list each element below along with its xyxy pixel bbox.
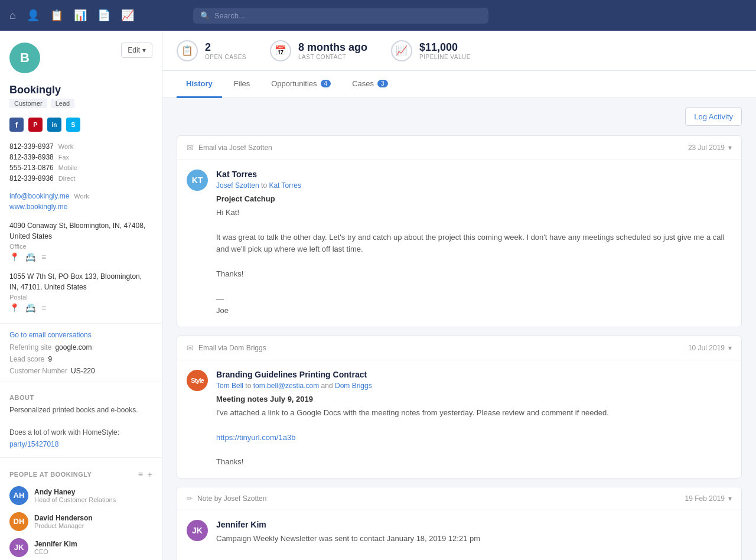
list-icon[interactable]: ≡ xyxy=(41,252,46,262)
company-name: Bookingly xyxy=(0,79,162,99)
address-office-text: 4090 Conaway St, Bloomington, IN, 47408,… xyxy=(9,220,152,242)
lead-score-row: Lead score 9 xyxy=(0,353,162,365)
edit-button[interactable]: Edit ▾ xyxy=(121,43,152,58)
to-link-2[interactable]: Dom Briggs xyxy=(335,382,372,390)
facebook-icon[interactable]: f xyxy=(9,118,24,132)
people-actions: ≡ + xyxy=(138,470,152,479)
chevron-icon-2[interactable]: ▾ xyxy=(728,344,732,352)
list-people-icon[interactable]: ≡ xyxy=(138,470,143,479)
person-avatar-andy: AH xyxy=(9,486,28,505)
open-cases-value: 2 xyxy=(205,41,246,54)
about-link[interactable]: party/15427018 xyxy=(9,440,58,448)
tab-history[interactable]: History xyxy=(177,71,222,98)
open-cases-label: OPEN CASES xyxy=(205,54,246,60)
stat-pipeline-value: 📈 $11,000 PIPELINE VALUE xyxy=(391,40,471,61)
skype-icon[interactable]: S xyxy=(66,118,80,132)
from-link-1[interactable]: Josef Szotten xyxy=(216,181,259,190)
tag-lead: Lead xyxy=(51,99,74,108)
person-andy-haney[interactable]: AH Andy Haney Head of Customer Relations xyxy=(0,483,162,509)
pipeline-icon: 📈 xyxy=(391,40,412,61)
address-postal-actions: 📍 📇 ≡ xyxy=(9,301,152,315)
tag-customer: Customer xyxy=(9,99,47,108)
docs-icon[interactable]: 📄 xyxy=(97,9,110,22)
person-info-andy: Andy Haney Head of Customer Relations xyxy=(34,488,116,503)
add-person-icon[interactable]: + xyxy=(148,470,152,479)
sidebar-header: B Edit ▾ xyxy=(0,31,162,79)
website-link[interactable]: www.bookingly.me xyxy=(9,203,67,211)
top-nav: ⌂ 👤 📋 📊 📄 📈 🔍 xyxy=(0,0,756,31)
tab-cases[interactable]: Cases 3 xyxy=(343,71,397,98)
people-header: PEOPLE AT BOOKINGLY ≡ + xyxy=(0,463,162,483)
tags: Customer Lead xyxy=(0,99,162,115)
to-link-1[interactable]: Kat Torres xyxy=(269,181,301,190)
map-pin-postal-icon[interactable]: 📍 xyxy=(9,303,19,312)
pinterest-icon[interactable]: P xyxy=(28,118,43,132)
contacts-icon[interactable]: 👤 xyxy=(27,9,40,22)
search-input[interactable] xyxy=(214,11,481,20)
social-icons: f P in S xyxy=(0,115,162,139)
email-card-2: ✉ Email via Dom Briggs 10 Jul 2019 ▾ Sty… xyxy=(177,336,742,478)
note-date-1: 19 Feb 2019 ▾ xyxy=(685,494,732,503)
last-contact-icon: 📅 xyxy=(270,40,291,61)
email-link-2[interactable]: https://tinyurl.com/1a3b xyxy=(216,433,295,442)
email-avatar-1: KT xyxy=(187,170,208,191)
email-content-1: Kat Torres Josef Szotten to Kat Torres P… xyxy=(216,170,732,317)
sidebar: B Edit ▾ Bookingly Customer Lead f P in … xyxy=(0,31,162,560)
edit-label: Edit xyxy=(128,46,140,54)
tabs-bar: History Files Opportunities 4 Cases 3 xyxy=(162,71,756,98)
website-row: www.bookingly.me xyxy=(9,203,152,211)
from-link-2[interactable]: Tom Bell xyxy=(216,382,243,390)
person-info-jennifer: Jennifer Kim CEO xyxy=(34,540,77,555)
person-avatar-jennifer: JK xyxy=(9,538,28,557)
referring-site-row: Referring site google.com xyxy=(0,341,162,353)
calendar-icon[interactable]: 📋 xyxy=(50,9,63,22)
from-email-link-2[interactable]: tom.bell@zestia.com xyxy=(253,382,320,390)
log-activity-row: Log Activity xyxy=(177,108,742,126)
tab-files[interactable]: Files xyxy=(224,71,259,98)
email-meeting-date: Meeting notes July 9, 2019 xyxy=(216,395,732,403)
open-cases-icon: 📋 xyxy=(177,40,198,61)
address-postal-text: 1055 W 7th St, PO Box 133, Bloomington, … xyxy=(9,271,152,292)
email-link[interactable]: info@bookingly.me xyxy=(9,192,69,200)
email-card-2-date: 10 Jul 2019 ▾ xyxy=(688,344,732,352)
note-card-1: ✏ Note by Josef Szotten 19 Feb 2019 ▾ JK… xyxy=(177,487,742,560)
email-to-1: Josef Szotten to Kat Torres xyxy=(216,181,732,190)
chevron-down-icon: ▾ xyxy=(142,46,146,54)
map-pin-icon[interactable]: 📍 xyxy=(9,252,19,262)
envelope-icon-2: ✉ xyxy=(187,343,194,353)
about-title: ABOUT xyxy=(0,387,162,405)
home-icon[interactable]: ⌂ xyxy=(9,9,16,22)
search-bar[interactable]: 🔍 xyxy=(193,8,488,24)
email-sender-2: Branding Guidelines Printing Contract xyxy=(216,370,732,379)
note-sender-1: Jennifer Kim xyxy=(216,520,732,529)
stat-last-contact: 📅 8 months ago LAST CONTACT xyxy=(270,40,367,61)
vcard-postal-icon[interactable]: 📇 xyxy=(25,303,35,312)
note-avatar-1: JK xyxy=(187,520,208,541)
email-card-1-body: KT Kat Torres Josef Szotten to Kat Torre… xyxy=(177,160,741,327)
log-activity-button[interactable]: Log Activity xyxy=(685,108,742,126)
person-david-henderson[interactable]: DH David Henderson Product Manager xyxy=(0,509,162,535)
email-card-1-type: ✉ Email via Josef Szotten xyxy=(187,143,272,152)
tab-opportunities[interactable]: Opportunities 4 xyxy=(262,71,340,98)
address-office: 4090 Conaway St, Bloomington, IN, 47408,… xyxy=(0,217,162,268)
search-icon: 🔍 xyxy=(200,11,210,20)
divider-2 xyxy=(0,382,162,382)
pipeline-value: $11,000 xyxy=(419,41,471,54)
list-postal-icon[interactable]: ≡ xyxy=(41,303,46,312)
chevron-note-icon[interactable]: ▾ xyxy=(728,494,732,503)
email-body-1: Hi Kat! It was great to talk the other d… xyxy=(216,207,732,317)
analytics-icon[interactable]: 📈 xyxy=(121,9,134,22)
chart-icon[interactable]: 📊 xyxy=(74,9,87,22)
customer-number-row: Customer Number US-220 xyxy=(0,365,162,377)
note-icon-1: ✏ xyxy=(187,494,193,503)
vcard-icon[interactable]: 📇 xyxy=(25,252,35,262)
email-avatar-2: Style xyxy=(187,370,208,391)
note-body-1: JK Jennifer Kim Campaign Weekly Newslett… xyxy=(177,510,741,560)
email-conversations-link[interactable]: Go to email conversations xyxy=(0,328,162,341)
phone-list: 812-339-8937 Work 812-339-8938 Fax 555-2… xyxy=(0,139,162,188)
stats-bar: 📋 2 OPEN CASES 📅 8 months ago LAST CONTA… xyxy=(162,31,756,71)
stat-open-cases: 📋 2 OPEN CASES xyxy=(177,40,246,61)
person-jennifer-kim[interactable]: JK Jennifer Kim CEO xyxy=(0,535,162,560)
linkedin-icon[interactable]: in xyxy=(47,118,61,132)
chevron-icon-1[interactable]: ▾ xyxy=(728,144,732,152)
